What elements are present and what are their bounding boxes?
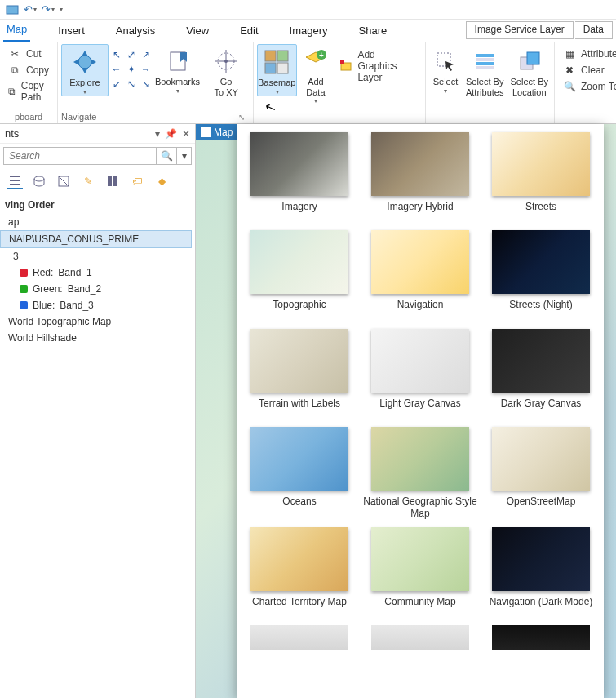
- select-loc-label: Select By Location: [511, 77, 548, 97]
- basemap-item[interactable]: Navigation (Dark Mode): [483, 527, 599, 617]
- band-label: Blue:: [33, 300, 55, 311]
- svg-rect-16: [476, 54, 494, 57]
- copy-button[interactable]: ⧉Copy: [3, 62, 54, 78]
- basemap-item[interactable]: Light Gray Canvas: [362, 329, 478, 419]
- list-by-selection-icon[interactable]: [55, 173, 72, 189]
- select-by-location-button[interactable]: Select By Location: [507, 44, 551, 97]
- tab-insert[interactable]: Insert: [55, 21, 88, 42]
- tab-share[interactable]: Share: [356, 21, 391, 42]
- basemap-thumb: [371, 427, 469, 491]
- clear-button[interactable]: ✖Clear: [558, 62, 616, 78]
- basemap-button[interactable]: Basemap▾: [257, 44, 296, 96]
- basemap-thumb: [492, 625, 590, 650]
- basemap-item[interactable]: Oceans: [242, 427, 357, 519]
- undo-button[interactable]: ↶▾: [23, 2, 38, 17]
- basemap-label: Terrain with Labels: [259, 398, 340, 419]
- basemap-item[interactable]: Dark Gray Canvas: [483, 329, 599, 419]
- basemap-item-peek[interactable]: [483, 625, 599, 650]
- basemap-item[interactable]: Imagery: [242, 132, 357, 222]
- basemap-label: Topographic: [273, 299, 326, 320]
- search-input[interactable]: [3, 147, 156, 165]
- add-data-button[interactable]: + Add Data▾: [299, 44, 334, 104]
- layer-world-hillshade[interactable]: World Hillshade: [0, 330, 192, 346]
- cut-label: Cut: [26, 48, 42, 60]
- map-view[interactable]: Map ImageryImagery HybridStreetsTopograp…: [196, 124, 616, 698]
- search-icon[interactable]: 🔍: [156, 147, 177, 165]
- layer-world-topo[interactable]: World Topographic Map: [0, 313, 192, 330]
- clear-label: Clear: [581, 64, 605, 76]
- group-navigate-label: Navigate⤡: [61, 111, 250, 123]
- list-by-source-icon[interactable]: [31, 173, 47, 189]
- select-button[interactable]: Select▾: [429, 44, 462, 95]
- goto-xy-button[interactable]: Go To XY: [202, 44, 250, 97]
- nav-arrow-grid[interactable]: ↖⤢↗ ←✦→ ↙⤡↘: [110, 44, 153, 91]
- zoom-to-button[interactable]: 🔍Zoom To: [558, 78, 616, 95]
- basemap-item[interactable]: Terrain with Labels: [242, 329, 357, 419]
- basemap-item[interactable]: Imagery Hybrid: [362, 132, 478, 222]
- contents-panel: nts ▾ 📌 ✕ 🔍 ▾ ✎ 🏷 ◆ ving Order ap NAIP\U…: [0, 124, 196, 698]
- basemap-item[interactable]: Community Map: [362, 527, 478, 617]
- tab-map[interactable]: Map: [3, 20, 30, 42]
- basemap-item[interactable]: Streets: [483, 132, 599, 222]
- band-value: Band_2: [68, 283, 101, 295]
- panel-menu-caret[interactable]: ▾: [155, 128, 160, 140]
- tab-imagery[interactable]: Imagery: [286, 21, 331, 42]
- svg-rect-24: [108, 176, 112, 186]
- basemap-item-peek[interactable]: [242, 625, 357, 650]
- tab-edit[interactable]: Edit: [237, 21, 261, 42]
- basemap-thumb: [492, 230, 590, 294]
- list-by-drawing-icon[interactable]: [7, 173, 23, 189]
- basemap-thumb: [492, 132, 590, 196]
- band-swatch: [20, 285, 28, 293]
- basemap-item[interactable]: Streets (Night): [483, 230, 599, 320]
- add-graphics-layer-button[interactable]: Add Graphics Layer: [335, 44, 422, 85]
- copy-path-icon: ⧉: [8, 85, 16, 98]
- copy-path-button[interactable]: ⧉Copy Path: [3, 78, 54, 104]
- svg-point-22: [34, 176, 44, 181]
- select-by-attributes-button[interactable]: Select By Attributes: [463, 44, 507, 97]
- list-by-labeling-icon[interactable]: 🏷: [129, 173, 145, 189]
- basemap-label: Basemap: [258, 78, 295, 88]
- panel-close-icon[interactable]: ✕: [182, 128, 190, 140]
- basemap-label: Dark Gray Canvas: [501, 398, 582, 419]
- basemap-item[interactable]: Charted Territory Map: [242, 527, 357, 617]
- basemap-item-peek[interactable]: [362, 625, 478, 650]
- bookmarks-button[interactable]: Bookmarks▾: [154, 44, 202, 95]
- panel-pin-icon[interactable]: 📌: [165, 128, 177, 140]
- qat-customize[interactable]: ▾: [60, 6, 63, 13]
- basemap-item[interactable]: OpenStreetMap: [483, 427, 599, 519]
- map-node[interactable]: ap: [0, 214, 192, 230]
- graphics-layer-icon: [339, 60, 352, 73]
- basemap-thumb: [492, 329, 590, 393]
- explore-button[interactable]: Explore▾: [61, 44, 109, 96]
- map-tab[interactable]: Map: [196, 124, 241, 140]
- list-by-editing-icon[interactable]: ✎: [80, 173, 96, 189]
- basemap-thumb: [250, 625, 348, 650]
- svg-rect-17: [476, 58, 494, 61]
- search-dropdown[interactable]: ▾: [177, 147, 192, 165]
- list-by-perception-icon[interactable]: ◆: [153, 173, 170, 189]
- basemap-item[interactable]: National Geographic Style Map: [362, 427, 478, 519]
- contents-toolbar: ✎ 🏷 ◆: [0, 170, 195, 196]
- svg-rect-0: [7, 6, 18, 14]
- map-tab-label: Map: [214, 127, 233, 138]
- basemap-thumb: [371, 625, 469, 650]
- basemap-thumb: [492, 527, 590, 591]
- layer-naip[interactable]: NAIP\USDA_CONUS_PRIME: [0, 230, 192, 248]
- band-swatch: [20, 269, 28, 277]
- tab-analysis[interactable]: Analysis: [113, 21, 158, 42]
- attributes-button[interactable]: ▦Attributes: [558, 46, 616, 62]
- list-by-snapping-icon[interactable]: [104, 173, 121, 189]
- explore-icon: [71, 48, 99, 76]
- tab-view[interactable]: View: [183, 21, 212, 42]
- project-icon[interactable]: [5, 2, 20, 17]
- basemap-item[interactable]: Topographic: [242, 230, 357, 320]
- redo-button[interactable]: ↷▾: [41, 2, 55, 17]
- group-layer-label: [257, 121, 422, 123]
- basemap-item[interactable]: Navigation: [362, 230, 478, 320]
- group-selection-label: [429, 121, 551, 123]
- select-attr-icon: [471, 47, 499, 75]
- context-tab-data[interactable]: Data: [575, 21, 613, 39]
- band-row: Blue: Band_3: [0, 297, 192, 313]
- cut-button[interactable]: ✂Cut: [3, 46, 54, 62]
